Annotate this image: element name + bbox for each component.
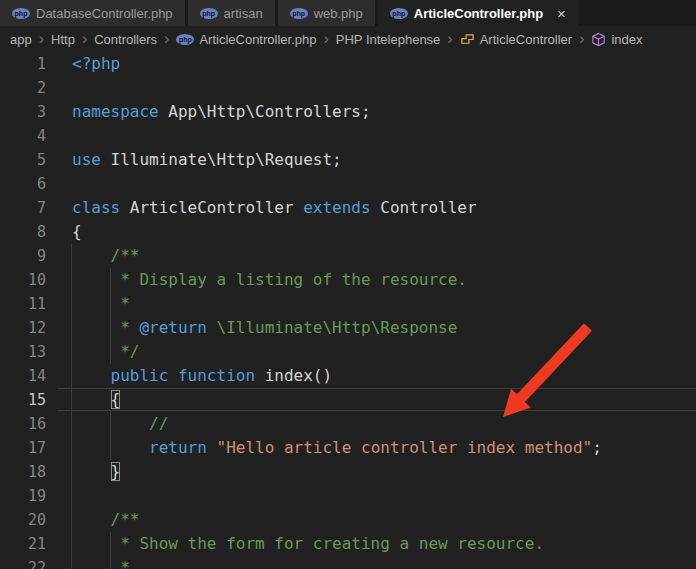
breadcrumb-item-index[interactable]: index [591,32,642,47]
line-number: 11 [0,292,46,316]
breadcrumb-label: Controllers [94,32,157,47]
line-number: 5 [0,148,46,172]
code-line: 12 * @return \Illuminate\Http\Response [0,316,696,340]
line-number: 10 [0,268,46,292]
code-text: * @return \Illuminate\Http\Response [72,316,457,340]
line-number: 15 [0,388,46,412]
line-number: 4 [0,124,46,148]
token: Controller [371,198,477,217]
code-line: 2 [0,76,696,100]
breadcrumb-item-articlecontroller[interactable]: ArticleController [460,32,572,47]
token: index() [255,366,332,385]
breadcrumb-label: ArticleController [480,32,572,47]
token: ArticleController [120,198,303,217]
code-line: 21 * Show the form for creating a new re… [0,532,696,556]
cube-icon [591,32,606,47]
token: * [72,318,139,337]
breadcrumb: app›Http›Controllers›phpArticleControlle… [0,26,696,52]
line-number: 13 [0,340,46,364]
code-text: namespace App\Http\Controllers; [72,100,371,124]
tab-label: web.php [314,6,363,21]
code-text: } [72,460,120,484]
token: extends [303,198,370,217]
line-number: 2 [0,76,46,100]
code-line: 15 { [0,388,696,412]
token: namespace [72,102,159,121]
breadcrumb-label: PHP Intelephense [336,32,441,47]
line-number: 3 [0,100,46,124]
code-text: { [72,220,82,244]
code-text: /** [72,244,139,268]
code-text: * Display a listing of the resource. [72,268,467,292]
token: * [72,294,130,313]
token: return [149,438,207,457]
breadcrumb-item-controllers[interactable]: Controllers [94,32,157,47]
token: <?php [72,54,120,73]
code-line: 13 */ [0,340,696,364]
code-line: 17 return "Hello article controller inde… [0,436,696,460]
code-text: class ArticleController extends Controll… [72,196,477,220]
code-text: public function index() [72,364,332,388]
tab-web-php[interactable]: phpweb.php [278,0,378,26]
code-text: <?php [72,52,120,76]
code-text: /** [72,508,139,532]
token: /** [72,246,139,265]
breadcrumb-label: index [611,32,642,47]
line-number: 8 [0,220,46,244]
php-icon: php [200,8,218,19]
code-line: 5use Illuminate\Http\Request; [0,148,696,172]
chevron-right-icon: › [39,31,44,47]
code-text: * Show the form for creating a new resou… [72,532,544,556]
code-lines: 1<?php23namespace App\Http\Controllers;4… [0,52,696,569]
breadcrumb-item-php-intelephense[interactable]: PHP Intelephense [336,32,441,47]
code-text: use Illuminate\Http\Request; [72,148,342,172]
code-line: 8{ [0,220,696,244]
token [72,438,149,457]
tab-artisan[interactable]: phpartisan [188,0,278,26]
token: { [111,390,121,409]
line-number: 1 [0,52,46,76]
token: } [111,462,121,481]
code-line: 9 /** [0,244,696,268]
line-number: 14 [0,364,46,388]
token: /** [72,510,139,529]
php-icon: php [390,8,408,19]
code-line: 4 [0,124,696,148]
code-text: * [72,292,130,316]
breadcrumb-label: Http [51,32,75,47]
code-line: 16 // [0,412,696,436]
token: * Display a listing of the resource. [72,270,467,289]
token: "Hello article controller index method" [217,438,593,457]
breadcrumb-label: app [10,32,32,47]
tab-label: artisan [224,6,263,21]
breadcrumb-item-articlecontroller-php[interactable]: phpArticleController.php [176,32,316,47]
token: // [72,414,168,433]
chevron-right-icon: › [164,31,169,47]
line-number: 18 [0,460,46,484]
line-number: 9 [0,244,46,268]
code-line: 14 public function index() [0,364,696,388]
code-line: 6 [0,172,696,196]
code-text: return "Hello article controller index m… [72,436,602,460]
code-text: */ [72,340,139,364]
close-icon[interactable]: × [557,6,566,21]
breadcrumb-item-http[interactable]: Http [51,32,75,47]
code-editor[interactable]: 1<?php23namespace App\Http\Controllers;4… [0,52,696,569]
code-line: 11 * [0,292,696,316]
line-number: 22 [0,556,46,569]
tab-label: ArticleController.php [414,6,543,21]
tab-articlecontroller-php[interactable]: phpArticleController.php× [378,0,581,26]
code-line: 20 /** [0,508,696,532]
php-icon: php [290,8,308,19]
line-number: 20 [0,508,46,532]
chevron-right-icon: › [323,31,328,47]
token: */ [72,342,139,361]
token: * Show the form for creating a new resou… [72,534,544,553]
token [207,438,217,457]
line-number: 7 [0,196,46,220]
breadcrumb-item-app[interactable]: app [10,32,32,47]
tab-databasecontroller-php[interactable]: phpDatabaseController.php [0,0,188,26]
class-icon [460,32,475,47]
line-number: 17 [0,436,46,460]
token: { [72,222,82,241]
